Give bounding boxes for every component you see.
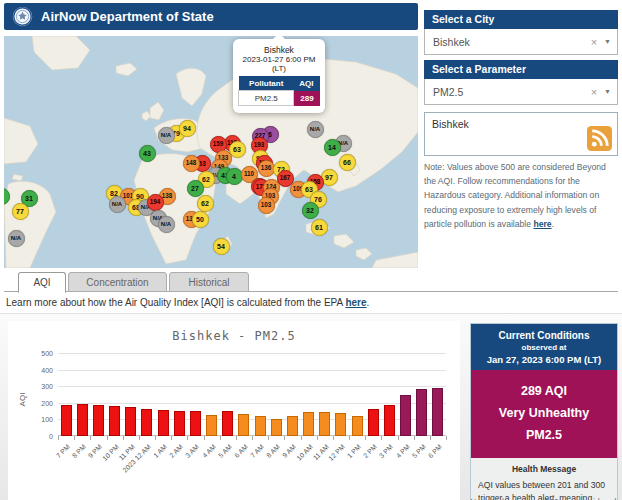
rss-icon[interactable] [587,126,612,151]
x-tick-mark [58,436,59,440]
page-title: AirNow Department of State [41,9,214,24]
tab-concentration[interactable]: Concentration [68,272,167,292]
y-tick-label: 400 [23,366,53,373]
x-tick-mark [398,436,399,440]
parameter-caret-icon[interactable]: ▼ [604,88,611,95]
bar[interactable] [141,409,152,436]
airnow-page: AirNow Department of State [0,0,622,500]
current-conditions-panel: Current Conditions observed at Jan 27, 2… [470,323,618,500]
aqi-marker[interactable]: 54 [213,238,230,255]
bar[interactable] [158,410,169,436]
bar[interactable] [416,389,427,436]
x-tick-mark [414,436,415,440]
bar[interactable] [352,416,363,436]
bar[interactable] [368,409,379,436]
aqi-summary: 289 AQI Very Unhealthy PM2.5 [471,370,617,458]
bar[interactable] [271,419,282,436]
tab-aqi[interactable]: AQI [18,272,66,293]
bar[interactable] [77,404,88,436]
x-tick-mark [252,436,253,440]
aqi-marker[interactable]: 50 [192,211,209,228]
aqi-marker[interactable]: N/A [8,230,25,247]
aqi-category: Very Unhealthy [474,403,614,425]
aqi-marker[interactable]: N/A [307,121,324,138]
aqi-marker[interactable]: 27 [187,180,204,197]
bar[interactable] [190,411,201,436]
note-suffix: . [552,219,554,229]
panel-header: Current Conditions observed at Jan 27, 2… [471,324,617,370]
aqi-marker[interactable]: 94 [179,120,196,137]
note-here-link[interactable]: here [533,219,551,229]
parameter-clear-icon[interactable]: × [591,86,597,98]
bar[interactable] [319,412,330,436]
aqi-marker[interactable]: 103 [258,197,275,214]
city-clear-icon[interactable]: × [591,36,597,48]
gridline [58,386,446,387]
city-caret-icon[interactable]: ▼ [604,38,611,45]
bar[interactable] [238,414,249,436]
x-tick-mark [220,436,221,440]
y-tick-label: 100 [23,416,53,423]
beyond-aqi-note: Note: Values above 500 are considered Be… [424,160,620,231]
bar[interactable] [303,412,314,436]
x-tick-mark [90,436,91,440]
panel-title: Current Conditions [474,330,614,341]
learn-more-here-link[interactable]: here [345,297,366,308]
learn-more-suffix: . [367,297,370,308]
popup-datetime: 2023-01-27 6:00 PM [238,55,320,64]
x-tick-mark [446,436,447,440]
x-tick-mark [381,436,382,440]
x-tick-mark [171,436,172,440]
aqi-marker[interactable]: 14 [324,139,341,156]
bar[interactable] [400,395,411,436]
aqi-marker[interactable]: N/A [109,196,126,213]
bar[interactable] [206,415,217,436]
x-tick-mark [333,436,334,440]
aqi-marker[interactable]: 43 [139,145,156,162]
aqi-marker[interactable]: N/A [158,216,175,233]
select-city-header: Select a City [424,10,618,29]
aqi-value: 289 AQI [474,381,614,403]
world-map[interactable]: 3177N/A79N/A94438210190N/A68N/A138194N/A… [4,36,418,268]
x-tick-mark [107,436,108,440]
bar[interactable] [174,411,185,436]
learn-more-body: Learn more about how the Air Quality Ind… [6,297,345,308]
city-select[interactable]: Bishkek × ▼ [424,29,618,55]
observed-at-label: observed at [474,343,614,352]
popup-table: Pollutant AQI PM2.5 289 [238,76,320,106]
observed-at-value: Jan 27, 2023 6:00 PM (LT) [474,354,614,365]
bar[interactable] [93,405,104,436]
aqi-marker[interactable]: 61 [311,219,328,236]
city-select-value: Bishkek [433,36,591,48]
bar[interactable] [125,407,136,436]
bar[interactable] [432,388,443,436]
x-tick-mark [317,436,318,440]
bar[interactable] [222,411,233,436]
aqi-marker[interactable]: 32 [302,202,319,219]
tab-historical[interactable]: Historical [169,272,249,292]
bar[interactable] [335,413,346,436]
aqi-marker[interactable]: 77 [12,203,29,220]
popup-city: Bishkek [238,45,320,55]
bar[interactable] [109,406,120,436]
bar[interactable] [384,405,395,436]
select-parameter-header: Select a Parameter [424,60,618,79]
city-feed-box: Bishkek [424,112,618,156]
parameter-select[interactable]: PM2.5 × ▼ [424,79,618,105]
chart-plot-area: AQI 01002003004005007 PM8 PM9 PM10 PM11 … [58,353,446,436]
bar[interactable] [255,416,266,436]
aqi-marker[interactable]: 148 [183,155,200,172]
bar[interactable] [287,416,298,436]
x-tick-mark [365,436,366,440]
aqi-marker[interactable]: 136 [258,160,275,177]
aqi-marker[interactable]: N/A [158,127,175,144]
x-tick-mark [430,436,431,440]
aqi-marker[interactable]: 66 [339,154,356,171]
popup-pollutant-header: Pollutant [239,76,294,91]
bar[interactable] [61,405,72,436]
gridline [58,353,446,354]
aqi-marker[interactable]: 62 [197,195,214,212]
aqi-marker[interactable]: 4 [226,168,243,185]
aqi-marker[interactable]: 194 [147,194,164,211]
tab-bar: AQI Concentration Historical [4,272,618,292]
